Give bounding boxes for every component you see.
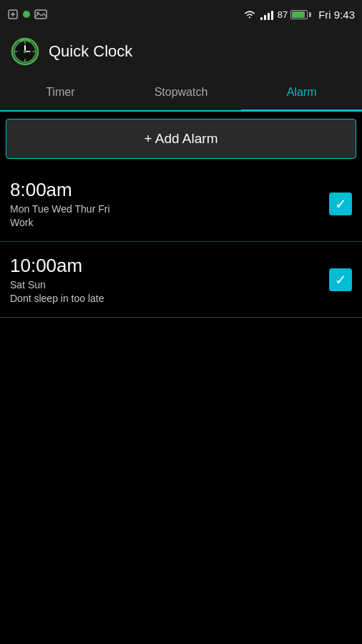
alarm-1-label: Work	[10, 217, 110, 228]
tab-timer[interactable]: Timer	[0, 74, 121, 110]
status-time: Fri 9:43	[318, 9, 355, 21]
alarm-2-time: 10:00am	[10, 255, 104, 277]
notification-dot	[23, 11, 30, 18]
svg-point-14	[20, 40, 22, 42]
alarm-2-checkbox[interactable]: ✓	[329, 268, 352, 291]
alarm-2-label: Dont sleep in too late	[10, 293, 104, 304]
app-title: Quick Clock	[49, 42, 132, 61]
alarm-1-days: Mon Tue Wed Thur Fri	[10, 203, 110, 215]
svg-point-13	[24, 50, 26, 53]
wifi-icon	[243, 9, 256, 19]
tab-bar: Timer Stopwatch Alarm	[0, 74, 362, 112]
signal-bars	[260, 9, 273, 20]
checkmark-icon: ✓	[335, 197, 347, 211]
usb-icon	[7, 9, 19, 20]
app-header: Quick Clock	[0, 29, 362, 74]
alarm-1-checkbox[interactable]: ✓	[329, 192, 352, 215]
alarm-item-1[interactable]: 8:00am Mon Tue Wed Thur Fri Work ✓	[0, 166, 362, 242]
alarm-list: 8:00am Mon Tue Wed Thur Fri Work ✓ 10:00…	[0, 166, 362, 318]
image-icon	[34, 9, 47, 19]
status-bar: 87 Fri 9:43	[0, 0, 362, 29]
alarm-1-time: 8:00am	[10, 179, 110, 201]
battery-icon: 87	[278, 9, 311, 20]
tab-alarm[interactable]: Alarm	[241, 74, 362, 112]
svg-point-15	[29, 40, 31, 42]
app-logo	[10, 36, 40, 67]
alarm-1-info: 8:00am Mon Tue Wed Thur Fri Work	[10, 179, 110, 228]
status-right-icons: 87 Fri 9:43	[243, 9, 355, 21]
status-left-icons	[7, 9, 47, 20]
tab-stopwatch[interactable]: Stopwatch	[121, 74, 242, 110]
svg-rect-3	[35, 10, 47, 19]
alarm-2-info: 10:00am Sat Sun Dont sleep in too late	[10, 255, 104, 304]
alarm-2-days: Sat Sun	[10, 279, 104, 291]
checkmark-icon-2: ✓	[335, 273, 347, 287]
alarm-item-2[interactable]: 10:00am Sat Sun Dont sleep in too late ✓	[0, 242, 362, 318]
add-alarm-button[interactable]: + Add Alarm	[6, 119, 356, 159]
battery-label: 87	[278, 9, 288, 20]
